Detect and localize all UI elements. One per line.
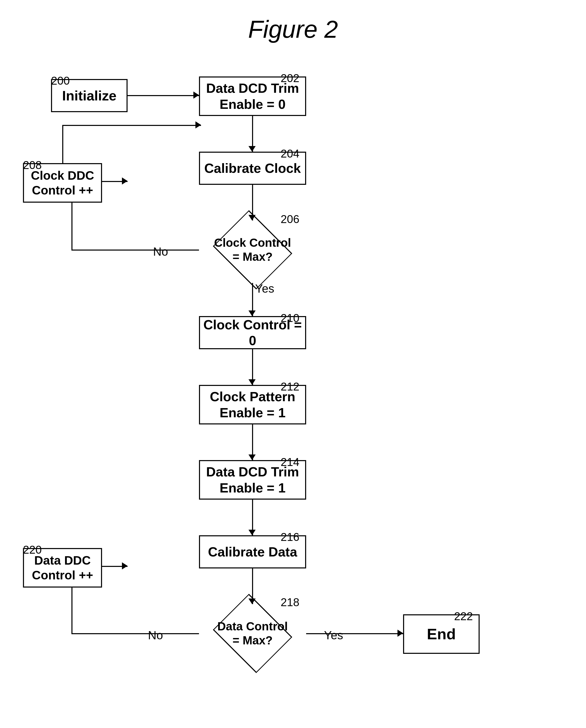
arrowhead-208-204 [195,121,201,128]
label-212: 212 [280,380,299,393]
arrow-208-up [62,125,63,164]
page-title: Figure 2 [0,0,586,43]
label-204: 204 [280,147,299,160]
label-218: 218 [280,596,299,609]
flowchart: Initialize 200 Data DCD Trim Enable = 0 … [0,54,586,728]
node-data-control-max: Data Control = Max? [199,600,306,667]
label-yes-206: Yes [255,282,274,295]
arrow-yes-218-h [306,633,403,634]
arrowhead-no [122,177,127,185]
label-222: 222 [454,610,473,623]
node-clock-control-max: Clock Control = Max? [199,217,306,283]
arrowhead-no-218 [122,562,127,569]
label-yes-218: Yes [324,628,343,642]
arrowhead-212-214 [248,454,255,460]
label-no-206: No [153,245,168,258]
arrowhead-yes-218 [397,630,403,637]
arrowhead-206-210 [248,310,255,316]
arrowhead-214-216 [248,530,255,535]
arrow-init-to-dcd [127,95,199,96]
arrow-no-h [71,250,199,251]
label-200: 200 [51,74,70,87]
arrow-no-218-h [71,633,199,634]
label-208: 208 [23,159,42,172]
arrow-208-right [62,125,201,126]
arrowhead-init-to-dcd [193,92,199,99]
label-220: 220 [23,543,42,556]
label-214: 214 [280,456,299,469]
label-216: 216 [280,531,299,543]
arrowhead-202-204 [248,146,255,152]
label-no-218: No [148,628,163,642]
label-206: 206 [280,213,299,226]
arrowhead-210-212 [248,379,255,385]
label-202: 202 [280,72,299,85]
label-210: 210 [280,312,299,324]
